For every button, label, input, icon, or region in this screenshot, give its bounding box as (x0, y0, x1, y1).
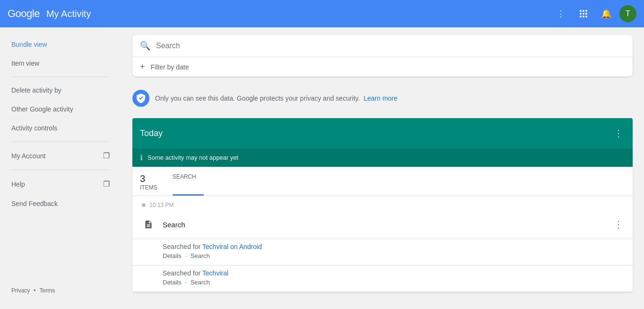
filter-by-date-row[interactable]: + Filter by date (132, 57, 633, 77)
help-label: Help (11, 180, 25, 188)
main-layout: Bundle view Item view Delete activity by… (0, 27, 644, 309)
external-link-icon: ❐ (103, 151, 110, 160)
link-separator-1: · (185, 252, 187, 259)
filter-plus-icon: + (140, 62, 145, 72)
document-icon (144, 219, 153, 230)
info-icon: ℹ (140, 153, 143, 162)
tab-items[interactable]: 3 ITEMS (140, 167, 165, 196)
details-link-2[interactable]: Details (163, 279, 182, 286)
sidebar-item-other-google[interactable]: Other Google activity (0, 100, 121, 119)
search-input[interactable] (156, 42, 625, 50)
search-icon: 🔍 (140, 41, 150, 51)
search-query-link-2[interactable]: Techviral (202, 269, 228, 277)
sidebar-item-bundle-view[interactable]: Bundle view (0, 35, 121, 54)
sidebar-item-help[interactable]: Help ❐ (0, 174, 121, 194)
sidebar-item-send-feedback[interactable]: Send Feedback (0, 194, 121, 213)
privacy-text: Only you can see this data. Google prote… (155, 94, 398, 102)
help-external-icon: ❐ (103, 180, 110, 189)
main-content: 🔍 + Filter by date Only you can see this… (121, 27, 644, 309)
my-account-label: My Account (11, 152, 45, 160)
user-avatar[interactable]: T (619, 5, 636, 22)
search-links-2: Details · Search (163, 279, 625, 286)
sidebar: Bundle view Item view Delete activity by… (0, 27, 121, 309)
sidebar-divider-3 (11, 170, 110, 170)
activity-item-search: Search (132, 210, 633, 239)
activity-title: Search (163, 221, 606, 229)
today-notice-text: Some activity may not appear yet (148, 154, 238, 161)
search-detail-2: Searched for Techviral Details · Search (132, 266, 633, 292)
sidebar-divider-1 (11, 77, 110, 77)
logo-area: Google My Activity (8, 8, 91, 20)
today-more-button[interactable] (612, 126, 625, 141)
sidebar-item-activity-controls[interactable]: Activity controls (0, 119, 121, 137)
items-label: ITEMS (140, 184, 157, 191)
sidebar-footer: Privacy • Terms (0, 280, 121, 301)
activity-tabs: 3 ITEMS SEARCH (132, 167, 633, 196)
sidebar-item-my-account[interactable]: My Account ❐ (0, 146, 121, 166)
terms-link[interactable]: Terms (40, 287, 55, 294)
sidebar-divider-2 (11, 141, 110, 142)
more-options-button[interactable]: ⋮ (551, 4, 570, 23)
search-link-2[interactable]: Search (191, 279, 210, 286)
search-activity-icon (140, 216, 157, 233)
header-icons: ⋮ 🔔 T (551, 4, 636, 23)
search-query-link-1[interactable]: Techviral on Android (202, 243, 262, 250)
today-header: Today (132, 118, 633, 148)
footer-dot: • (34, 287, 35, 294)
apps-button[interactable] (574, 4, 593, 23)
vertical-dots-icon: ⋮ (557, 9, 565, 19)
sidebar-item-item-view[interactable]: Item view (0, 54, 121, 73)
search-label: SEARCH (173, 173, 196, 180)
filter-label: Filter by date (151, 63, 189, 71)
shield-svg (137, 94, 145, 103)
searched-for-prefix-1: Searched for (163, 243, 200, 250)
tab-search[interactable]: SEARCH (173, 167, 204, 196)
time-label: 10:13 PM (149, 202, 174, 208)
app-header: Google My Activity ⋮ 🔔 T (0, 0, 644, 27)
app-title: My Activity (46, 9, 91, 19)
items-count: 3 (140, 173, 157, 184)
search-links-1: Details · Search (163, 252, 625, 259)
privacy-link[interactable]: Privacy (11, 287, 30, 294)
activity-more-button[interactable] (612, 217, 625, 232)
sidebar-item-delete-activity[interactable]: Delete activity by (0, 81, 121, 100)
bell-icon: 🔔 (601, 9, 611, 19)
search-text-1: Searched for Techviral on Android (163, 243, 625, 250)
google-wordmark: Google (8, 8, 40, 20)
today-title: Today (140, 129, 163, 138)
details-link-1[interactable]: Details (163, 252, 182, 259)
search-link-1[interactable]: Search (191, 252, 210, 259)
search-detail-1: Searched for Techviral on Android Detail… (132, 239, 633, 266)
grid-icon (580, 10, 587, 17)
today-notice-banner: ℹ Some activity may not appear yet (132, 148, 633, 167)
privacy-notice: Only you can see this data. Google prote… (132, 84, 633, 112)
shield-icon (132, 90, 149, 107)
learn-more-link[interactable]: Learn more (364, 94, 398, 102)
link-separator-2: · (185, 279, 187, 286)
search-input-row: 🔍 (132, 35, 633, 57)
notifications-button[interactable]: 🔔 (597, 4, 616, 23)
search-text-2: Searched for Techviral (163, 269, 625, 277)
privacy-main-text: Only you can see this data. Google prote… (155, 94, 360, 102)
search-container: 🔍 + Filter by date (132, 35, 633, 77)
today-card: Today ℹ Some activity may not appear yet… (132, 118, 633, 292)
searched-for-prefix-2: Searched for (163, 269, 200, 277)
activity-timeline: 10:13 PM Search Searched for (132, 196, 633, 292)
timeline-time-1013: 10:13 PM (132, 196, 633, 210)
